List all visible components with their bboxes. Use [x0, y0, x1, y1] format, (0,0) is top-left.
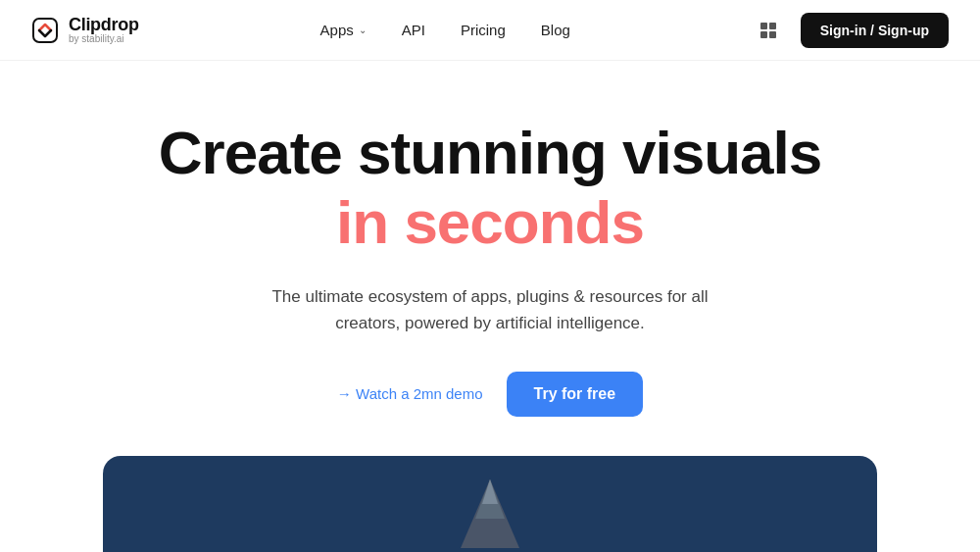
hero-title-line2: in seconds [336, 186, 644, 259]
svg-marker-7 [482, 479, 498, 504]
nav-api-label: API [402, 22, 425, 38]
signin-button[interactable]: Sign-in / Sign-up [801, 13, 949, 48]
hero-actions: → Watch a 2mn demo Try for free [337, 372, 643, 417]
clipdrop-logo-icon [31, 17, 59, 44]
nav-link-apps[interactable]: Apps ⌄ [320, 22, 367, 38]
hero-section: Create stunning visuals in seconds The u… [0, 61, 980, 456]
svg-rect-3 [760, 31, 767, 38]
grid-icon [759, 21, 778, 40]
nav-link-api[interactable]: API [402, 22, 425, 38]
nav-link-blog[interactable]: Blog [541, 22, 570, 38]
chevron-down-icon: ⌄ [359, 25, 367, 35]
nav-right: Sign-in / Sign-up [752, 13, 949, 48]
navbar: Clipdrop by stability.ai Apps ⌄ API Pric… [0, 0, 980, 61]
preview-card [103, 456, 877, 552]
svg-rect-2 [769, 23, 776, 29]
mountain-icon [441, 470, 539, 552]
svg-rect-1 [760, 23, 767, 29]
try-free-button[interactable]: Try for free [507, 372, 644, 417]
nav-link-pricing[interactable]: Pricing [461, 22, 506, 38]
logo[interactable]: Clipdrop by stability.ai [31, 16, 139, 44]
hero-title-line1: Create stunning visuals [159, 120, 821, 186]
hero-subtitle: The ultimate ecosystem of apps, plugins … [255, 283, 725, 336]
nav-pricing-label: Pricing [461, 22, 506, 38]
svg-rect-0 [33, 19, 57, 42]
preview-container [0, 456, 980, 552]
watch-demo-link[interactable]: → Watch a 2mn demo [337, 385, 483, 402]
logo-name: Clipdrop [69, 16, 139, 33]
svg-rect-4 [769, 31, 776, 38]
logo-sub: by stability.ai [69, 34, 139, 44]
nav-grid-icon-button[interactable] [752, 14, 785, 47]
nav-links: Apps ⌄ API Pricing Blog [320, 22, 570, 38]
logo-text: Clipdrop by stability.ai [69, 16, 139, 44]
nav-apps-label: Apps [320, 22, 354, 38]
nav-blog-label: Blog [541, 22, 570, 38]
